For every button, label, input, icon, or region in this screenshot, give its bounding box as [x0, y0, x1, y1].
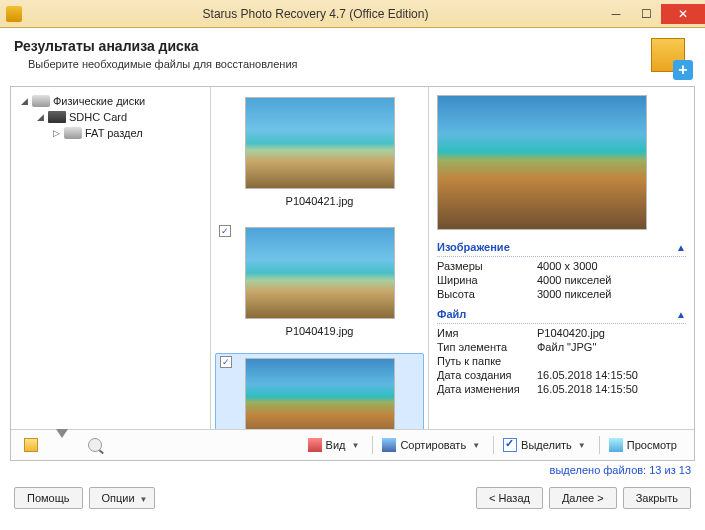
preview-pane: Изображение ▲ Размеры4000 x 3000 Ширина4…	[429, 87, 694, 429]
select-menu-button[interactable]: Выделить▼	[496, 434, 593, 456]
toolbar-label: Выделить	[521, 439, 572, 451]
thumbnail-caption: P1040421.jpg	[219, 195, 420, 207]
preview-icon	[609, 438, 623, 452]
tree-label: FAT раздел	[85, 127, 143, 139]
main-panel: ◢ Физические диски ◢ SDHC Card ▷ FAT раз…	[10, 86, 695, 461]
properties-image-section: Изображение ▲ Размеры4000 x 3000 Ширина4…	[429, 238, 694, 305]
app-icon	[6, 6, 22, 22]
chevron-down-icon: ▼	[578, 441, 586, 450]
window-title: Starus Photo Recovery 4.7 (Office Editio…	[30, 7, 601, 21]
prop-label: Дата создания	[437, 369, 537, 381]
drive-icon	[32, 95, 50, 107]
tree-node-fat[interactable]: ▷ FAT раздел	[15, 125, 206, 141]
wizard-header: Результаты анализа диска Выберите необхо…	[0, 28, 705, 86]
expand-icon[interactable]: ◢	[35, 112, 45, 122]
prop-label: Имя	[437, 327, 537, 339]
prop-value: P1040420.jpg	[537, 327, 686, 339]
header-icon: +	[651, 38, 691, 78]
separator	[599, 436, 600, 454]
search-icon	[88, 438, 102, 452]
prop-label: Высота	[437, 288, 537, 300]
chevron-down-icon: ▼	[140, 495, 148, 504]
tree-node-physical-disks[interactable]: ◢ Физические диски	[15, 93, 206, 109]
thumbnail-image	[245, 227, 395, 319]
checkbox[interactable]: ✓	[219, 225, 231, 237]
separator	[372, 436, 373, 454]
prop-value	[537, 355, 686, 367]
section-header-image[interactable]: Изображение ▲	[437, 238, 686, 257]
sd-card-icon	[48, 111, 66, 123]
prop-label: Путь к папке	[437, 355, 537, 367]
maximize-button[interactable]: ☐	[631, 4, 661, 24]
page-subtitle: Выберите необходимые файлы для восстанов…	[14, 58, 298, 70]
toolbar: Вид▼ Сортировать▼ Выделить▼ Просмотр	[11, 430, 694, 460]
prop-value: 4000 пикселей	[537, 274, 686, 286]
properties-file-section: Файл ▲ ИмяP1040420.jpg Тип элементаФайл …	[429, 305, 694, 400]
next-button[interactable]: Далее >	[549, 487, 617, 509]
prop-label: Дата изменения	[437, 383, 537, 395]
page-title: Результаты анализа диска	[14, 38, 298, 54]
minimize-button[interactable]: ─	[601, 4, 631, 24]
close-button[interactable]: ✕	[661, 4, 705, 24]
folder-icon	[24, 438, 38, 452]
toolbar-label: Вид	[326, 439, 346, 451]
prop-value: 16.05.2018 14:15:50	[537, 369, 686, 381]
thumbnail-image	[245, 358, 395, 429]
thumbnail-item[interactable]: ✓ P1040419.jpg	[215, 223, 424, 341]
expand-icon[interactable]: ◢	[19, 96, 29, 106]
checkbox[interactable]: ✓	[220, 356, 232, 368]
toolbar-filter-button[interactable]	[49, 434, 77, 456]
section-title: Файл	[437, 308, 466, 320]
chevron-down-icon: ▼	[352, 441, 360, 450]
tree-label: Физические диски	[53, 95, 145, 107]
separator	[493, 436, 494, 454]
collapse-icon[interactable]: ▲	[676, 309, 686, 320]
wizard-footer: Помощь Опции▼ < Назад Далее > Закрыть	[0, 479, 705, 519]
thumbnail-caption: P1040419.jpg	[219, 325, 420, 337]
thumbnail-list[interactable]: P1040421.jpg ✓ P1040419.jpg ✓ P1040420.j…	[211, 87, 429, 429]
expand-icon[interactable]: ▷	[51, 128, 61, 138]
toolbar-search-button[interactable]	[81, 434, 109, 456]
prop-label: Размеры	[437, 260, 537, 272]
prop-label: Тип элемента	[437, 341, 537, 353]
partition-icon	[64, 127, 82, 139]
sort-menu-button[interactable]: Сортировать▼	[375, 434, 487, 456]
status-text: выделено файлов: 13 из 13	[0, 461, 705, 479]
device-tree[interactable]: ◢ Физические диски ◢ SDHC Card ▷ FAT раз…	[11, 87, 211, 429]
preview-button[interactable]: Просмотр	[602, 434, 684, 456]
help-button[interactable]: Помощь	[14, 487, 83, 509]
title-bar: Starus Photo Recovery 4.7 (Office Editio…	[0, 0, 705, 28]
thumbnail-image	[245, 97, 395, 189]
close-wizard-button[interactable]: Закрыть	[623, 487, 691, 509]
view-icon	[308, 438, 322, 452]
tree-node-sdhc[interactable]: ◢ SDHC Card	[15, 109, 206, 125]
tree-label: SDHC Card	[69, 111, 127, 123]
select-icon	[503, 438, 517, 452]
prop-value: Файл "JPG"	[537, 341, 686, 353]
section-title: Изображение	[437, 241, 510, 253]
sort-icon	[382, 438, 396, 452]
collapse-icon[interactable]: ▲	[676, 242, 686, 253]
options-button[interactable]: Опции▼	[89, 487, 155, 509]
toolbar-folder-button[interactable]	[17, 434, 45, 456]
toolbar-label: Сортировать	[400, 439, 466, 451]
prop-value: 3000 пикселей	[537, 288, 686, 300]
prop-value: 16.05.2018 14:15:50	[537, 383, 686, 395]
prop-value: 4000 x 3000	[537, 260, 686, 272]
chevron-down-icon: ▼	[472, 441, 480, 450]
button-label: Опции	[102, 492, 135, 504]
section-header-file[interactable]: Файл ▲	[437, 305, 686, 324]
back-button[interactable]: < Назад	[476, 487, 543, 509]
prop-label: Ширина	[437, 274, 537, 286]
preview-image	[437, 95, 647, 230]
toolbar-label: Просмотр	[627, 439, 677, 451]
thumbnail-item[interactable]: P1040421.jpg	[215, 93, 424, 211]
view-menu-button[interactable]: Вид▼	[301, 434, 367, 456]
filter-icon	[56, 438, 70, 452]
thumbnail-item-selected[interactable]: ✓ P1040420.jpg	[215, 353, 424, 429]
